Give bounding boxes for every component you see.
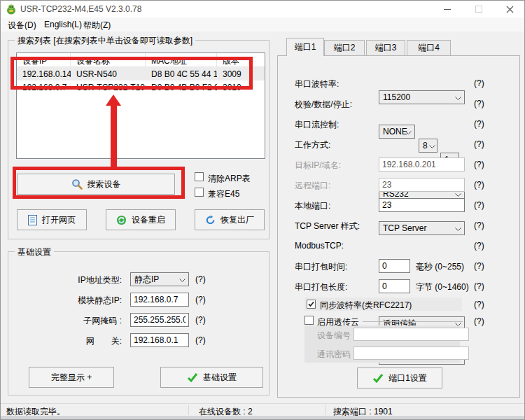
remote-port-field[interactable]	[379, 178, 465, 192]
help-mark: (?)	[474, 200, 484, 210]
remote-port-label: 远程端口:	[295, 180, 330, 192]
chevron-down-icon	[455, 193, 461, 197]
databits-select[interactable]: 8	[419, 139, 438, 153]
sync-baud-label[interactable]: 同步波特率(类RFC2217)	[320, 300, 412, 312]
factory-reset-button[interactable]: 恢复出厂	[195, 209, 265, 230]
help-mark: (?)	[474, 160, 484, 169]
help-mark: (?)	[474, 300, 484, 309]
help-mark: (?)	[474, 316, 484, 326]
flow-control-label: 串口流控制:	[295, 119, 339, 131]
tab-port1[interactable]: 端口1	[286, 38, 324, 56]
checkmark-icon	[307, 300, 315, 308]
chevron-down-icon	[455, 97, 461, 100]
databits-value: 8	[423, 141, 428, 150]
tcp-style-label: TCP Server 样式:	[295, 220, 360, 232]
base-settings-apply-button[interactable]: 基础设置	[160, 367, 263, 388]
device-restart-button[interactable]: 设备重启	[106, 209, 176, 230]
divider	[325, 405, 326, 415]
annotation-arrow-head	[106, 94, 121, 106]
pack-time-field[interactable]	[379, 259, 410, 273]
help-mark: (?)	[195, 295, 206, 304]
work-mode-label: 工作方式:	[295, 139, 330, 151]
base-settings-apply-label: 基础设置	[203, 372, 237, 384]
chevron-down-icon	[405, 131, 412, 134]
menu-help[interactable]: 帮助(Z)	[82, 20, 112, 31]
tab-port4[interactable]: 端口4	[407, 40, 451, 56]
sync-baud-checkbox[interactable]	[307, 300, 316, 309]
tab-port2[interactable]: 端口2	[324, 40, 365, 56]
local-port-field[interactable]	[379, 198, 465, 212]
clear-arp-label[interactable]: 清除ARP表	[208, 173, 251, 185]
work-mode-select[interactable]: TCP Server	[379, 221, 465, 235]
subnet-mask-label: 子网掩码 :	[45, 315, 122, 327]
help-mark: (?)	[195, 315, 206, 325]
work-mode-value: TCP Server	[383, 223, 426, 233]
pack-length-label: 串口打包长度:	[295, 281, 347, 293]
app-window: USR-TCP232-M4,E45 V2.3.0.78 设备(D) Englis…	[0, 0, 525, 420]
full-display-button[interactable]: 完整显示 +	[29, 367, 114, 388]
gateway-label: 网 关:	[45, 335, 122, 347]
restart-icon	[116, 215, 127, 225]
parity-value: NONE	[383, 127, 407, 136]
comm-password-field[interactable]	[354, 346, 469, 360]
maximize-icon	[475, 6, 482, 13]
cloud-checkbox[interactable]	[304, 316, 314, 325]
open-webpage-label: 打开网页	[42, 214, 76, 226]
search-group-title: 搜索列表 [在搜索列表中单击设备即可读取参数]	[15, 35, 195, 47]
help-mark: (?)	[474, 78, 484, 88]
device-id-field[interactable]	[354, 328, 469, 341]
factory-reset-icon	[205, 215, 216, 225]
target-ip-label: 目标IP/域名:	[295, 160, 341, 172]
minimize-button[interactable]	[431, 1, 463, 18]
chevron-down-icon	[179, 279, 186, 282]
clear-arp-checkbox[interactable]	[195, 172, 204, 181]
help-mark: (?)	[195, 335, 206, 345]
chevron-down-icon	[455, 227, 461, 231]
divider	[188, 405, 189, 415]
compat-e45-checkbox[interactable]	[195, 188, 204, 197]
comm-password-label: 通讯密码	[309, 349, 351, 360]
maximize-button[interactable]	[463, 1, 494, 18]
annotation-highlight-button-box	[13, 167, 185, 199]
app-icon	[6, 4, 17, 15]
help-mark: (?)	[474, 119, 484, 129]
baud-select[interactable]: 115200	[379, 90, 465, 104]
baud-value: 115200	[383, 92, 410, 102]
port1-apply-label: 端口1设置	[388, 372, 427, 384]
help-mark: (?)	[474, 139, 484, 149]
help-mark: (?)	[474, 99, 484, 108]
window-title: USR-TCP232-M4,E45 V2.3.0.78	[20, 4, 141, 14]
help-mark: (?)	[195, 274, 206, 284]
menu-english[interactable]: English(L)	[43, 20, 83, 29]
parity-select[interactable]: NONE	[379, 125, 415, 139]
full-display-label: 完整显示 +	[51, 372, 92, 384]
gateway-field[interactable]	[130, 333, 189, 347]
divider	[363, 321, 463, 322]
tab-port3-label: 端口3	[375, 42, 397, 54]
compat-e45-label[interactable]: 兼容E45	[208, 188, 239, 200]
webpage-icon	[28, 215, 37, 225]
taskbar-strip	[1, 416, 525, 420]
annotation-arrow-shaft	[111, 105, 117, 167]
help-mark: (?)	[474, 180, 484, 190]
target-ip-field[interactable]	[379, 158, 465, 172]
open-webpage-button[interactable]: 打开网页	[17, 209, 87, 230]
close-icon	[506, 6, 514, 13]
statusbar: 数据读取完毕。 在线设备数 : 2 搜索端口 : 1901	[1, 403, 525, 416]
menu-device[interactable]: 设备(D)	[6, 20, 38, 31]
help-mark: (?)	[474, 241, 484, 251]
port1-apply-button[interactable]: 端口1设置	[357, 368, 442, 388]
device-restart-label: 设备重启	[132, 214, 165, 226]
tab-port2-label: 端口2	[334, 42, 356, 54]
static-ip-field[interactable]	[130, 293, 189, 307]
subnet-mask-field[interactable]	[130, 313, 189, 327]
static-ip-label: 模块静态IP:	[45, 295, 122, 307]
help-mark: (?)	[474, 261, 484, 271]
pack-length-field[interactable]	[379, 279, 410, 293]
ip-type-select[interactable]: 静态IP	[130, 272, 189, 286]
pack-length-unit: 字节 (0~1460)	[416, 281, 469, 293]
tab-port3[interactable]: 端口3	[366, 40, 405, 56]
local-port-label: 本地端口:	[295, 200, 330, 212]
baud-label: 串口波特率:	[295, 78, 339, 90]
close-button[interactable]	[494, 1, 525, 18]
